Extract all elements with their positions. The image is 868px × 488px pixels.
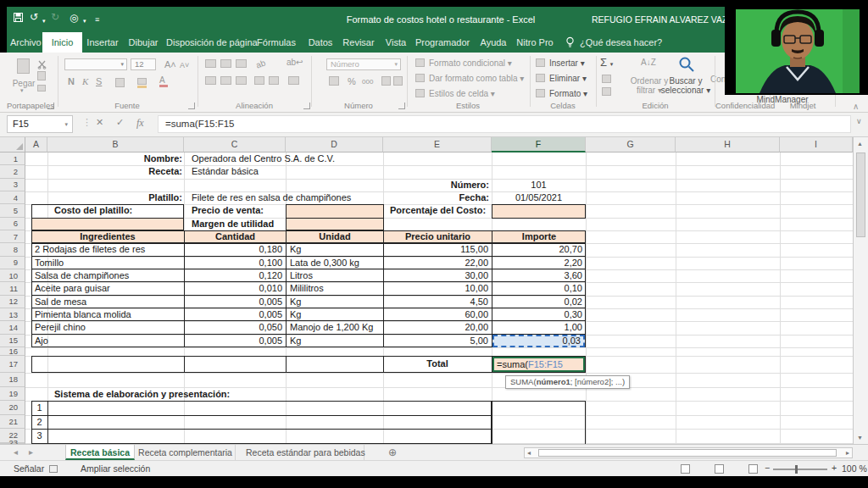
ingredient-cell[interactable]: 2 Rodajas de filetes de res bbox=[31, 243, 184, 256]
grow-font-icon[interactable]: A˄ bbox=[164, 59, 176, 69]
expand-formula-bar-icon[interactable]: ∨ bbox=[856, 117, 862, 125]
column-header-H[interactable]: H bbox=[676, 137, 780, 152]
cell-receta-value[interactable]: Estándar básica bbox=[188, 165, 378, 178]
ingredient-cell[interactable]: 0,02 bbox=[492, 296, 586, 308]
ingredient-cell[interactable]: Pimienta blanca molida bbox=[31, 308, 184, 321]
accounting-format-icon[interactable] bbox=[329, 76, 339, 86]
cell-numero-label[interactable]: Número: bbox=[383, 179, 492, 191]
porcentaje-costo-input[interactable] bbox=[492, 204, 586, 218]
row-header-4[interactable]: 4 bbox=[0, 191, 25, 204]
ingredient-cell[interactable]: 5,00 bbox=[383, 335, 492, 348]
percent-style-icon[interactable]: % bbox=[348, 76, 356, 86]
ingredient-cell[interactable]: 0,010 bbox=[184, 282, 286, 295]
row-header-3[interactable]: 3 bbox=[0, 179, 25, 191]
menu-tab-disposici-n-de-p-gina[interactable]: Disposición de página bbox=[166, 32, 249, 53]
menu-tab-vista[interactable]: Vista bbox=[381, 32, 410, 53]
format-painter-icon[interactable] bbox=[37, 85, 46, 92]
column-header-D[interactable]: D bbox=[286, 137, 383, 152]
table-header-cell[interactable]: Cantidad bbox=[184, 230, 286, 243]
undo-dropdown-icon[interactable]: ▾ bbox=[42, 15, 46, 27]
macro-record-icon[interactable] bbox=[49, 465, 58, 473]
ingredient-cell[interactable]: 2,20 bbox=[492, 257, 586, 269]
step-number-cell[interactable]: 1 bbox=[31, 401, 47, 415]
cell-precio-venta-label[interactable]: Precio de venta: bbox=[188, 204, 302, 217]
new-sheet-icon[interactable]: ⊕ bbox=[388, 446, 397, 458]
ingredient-cell[interactable]: 0,050 bbox=[184, 321, 286, 334]
menu-tab-f-rmulas[interactable]: Fórmulas bbox=[256, 32, 297, 53]
row-header-14[interactable]: 14 bbox=[0, 321, 25, 334]
ingredient-cell[interactable]: 0,30 bbox=[492, 308, 586, 321]
zoom-slider[interactable] bbox=[773, 469, 827, 470]
row-header-2[interactable]: 2 bbox=[0, 165, 25, 178]
confidentiality-button[interactable]: Con bbox=[710, 75, 726, 84]
cell-costo-platillo-label[interactable]: Costo del platillo: bbox=[51, 204, 186, 217]
ingredient-cell[interactable]: Litros bbox=[286, 269, 383, 282]
ingredient-cell[interactable]: 30,00 bbox=[383, 269, 492, 282]
ingredient-cell[interactable]: 1,00 bbox=[492, 321, 586, 334]
step-number-cell[interactable]: 2 bbox=[31, 415, 47, 430]
active-formula-cell-F17[interactable]: =suma(F15:F15 bbox=[492, 357, 585, 372]
row-header-11[interactable]: 11 bbox=[0, 282, 25, 295]
row-header-8[interactable]: 8 bbox=[0, 243, 25, 256]
row-header-15[interactable]: 15 bbox=[0, 335, 25, 348]
menu-tab-archivo[interactable]: Archivo bbox=[10, 32, 41, 53]
ingredient-cell[interactable]: Kg bbox=[286, 308, 383, 321]
zoom-in-icon[interactable]: + bbox=[832, 463, 837, 473]
clear-icon[interactable] bbox=[602, 87, 611, 96]
horizontal-scroll-thumb[interactable] bbox=[538, 449, 837, 457]
row-header-1[interactable]: 1 bbox=[0, 152, 25, 165]
sheet-tab-3[interactable]: Receta estándar para bebidas bbox=[246, 445, 364, 460]
row-header-6[interactable]: 6 bbox=[0, 218, 25, 230]
ingredient-cell[interactable]: 3,60 bbox=[492, 269, 586, 282]
menu-tab-datos[interactable]: Datos bbox=[303, 32, 337, 53]
ingredient-cell[interactable]: 20,00 bbox=[383, 321, 492, 334]
column-header-I[interactable]: I bbox=[780, 137, 853, 152]
ingredient-cell[interactable]: 20,70 bbox=[492, 243, 586, 256]
confirm-entry-icon[interactable]: ✓ bbox=[116, 117, 124, 128]
row-header-18[interactable]: 18 bbox=[0, 373, 25, 387]
ingredient-cell[interactable]: 115,00 bbox=[383, 243, 492, 256]
menu-tab-nitro-pro[interactable]: Nitro Pro bbox=[514, 32, 556, 53]
cell-porcentaje-costo-label[interactable]: Porcentaje del Costo: bbox=[387, 204, 495, 217]
row-header-21[interactable]: 21 bbox=[0, 415, 25, 430]
ingredient-cell[interactable]: 0,005 bbox=[184, 308, 286, 321]
horizontal-scrollbar[interactable]: ◂ ▸ bbox=[524, 447, 853, 458]
tell-me-search[interactable]: ¿Qué desea hacer? bbox=[580, 32, 660, 53]
column-header-B[interactable]: B bbox=[47, 137, 184, 152]
vertical-scrollbar[interactable]: ▲ ▼ bbox=[853, 137, 868, 444]
page-break-view-icon[interactable] bbox=[748, 464, 758, 474]
normal-view-icon[interactable] bbox=[681, 464, 690, 474]
zoom-slider-thumb[interactable] bbox=[795, 465, 798, 474]
menu-tab-insertar[interactable]: Insertar bbox=[85, 32, 120, 53]
merge-center-icon[interactable] bbox=[288, 76, 299, 85]
ingredient-cell[interactable]: Tomillo bbox=[31, 257, 184, 269]
sheet-tab-2[interactable]: Receta complementaria bbox=[136, 445, 236, 460]
undo-icon[interactable]: ↺ bbox=[30, 11, 38, 23]
scroll-right-icon[interactable]: ▸ bbox=[846, 449, 849, 457]
touch-mode-dropdown-icon[interactable]: ▾ bbox=[83, 15, 86, 27]
cell-margen-utilidad-label[interactable]: Margen de utilidad bbox=[188, 218, 302, 230]
ingredient-cell[interactable]: Kg bbox=[286, 243, 383, 256]
row-header-9[interactable]: 9 bbox=[0, 257, 25, 269]
italic-button[interactable]: K bbox=[82, 76, 88, 86]
underline-button[interactable]: S bbox=[96, 76, 102, 86]
ingredient-cell[interactable]: Aceite para guisar bbox=[31, 282, 184, 295]
table-header-cell[interactable]: Ingredientes bbox=[31, 230, 184, 243]
copy-icon[interactable] bbox=[37, 71, 46, 80]
shrink-font-icon[interactable]: A˅ bbox=[180, 61, 189, 69]
zoom-out-icon[interactable]: − bbox=[765, 463, 770, 473]
ingredient-cell[interactable]: 0,005 bbox=[184, 296, 286, 308]
grid-cells[interactable]: ABCDEFGHI1234567891011121314151617181920… bbox=[0, 137, 853, 444]
cell-sistema-label[interactable]: Sistema de elaboración y presentación: bbox=[51, 387, 334, 402]
paste-button[interactable]: Pegar ▾ bbox=[10, 57, 37, 94]
page-layout-view-icon[interactable] bbox=[715, 464, 724, 474]
ingredient-cell[interactable]: Ajo bbox=[31, 335, 187, 348]
ingredient-cell[interactable]: Mililitros bbox=[286, 282, 383, 295]
row-header-17[interactable]: 17 bbox=[0, 356, 25, 373]
align-bottom-icon[interactable] bbox=[236, 59, 247, 68]
align-top-icon[interactable] bbox=[205, 59, 216, 68]
cell-numero-value[interactable]: 101 bbox=[492, 179, 586, 191]
worksheet-grid[interactable]: ABCDEFGHI1234567891011121314151617181920… bbox=[0, 137, 868, 444]
cell-receta-label[interactable]: Receta: bbox=[47, 165, 186, 178]
row-header-16[interactable]: 16 bbox=[0, 347, 25, 356]
